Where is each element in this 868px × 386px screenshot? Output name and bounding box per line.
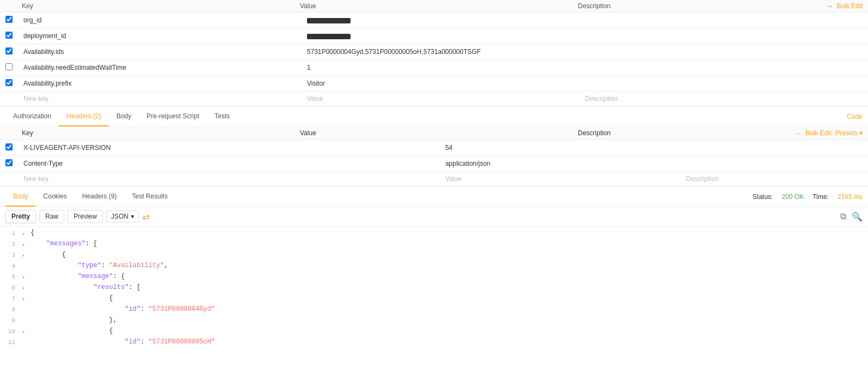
request-tabs: AuthorizationHeaders (2)BodyPre-request … (0, 107, 868, 126)
search-icon[interactable]: 🔍 (852, 212, 863, 222)
line-number: 10 (0, 327, 22, 335)
format-label: JSON (111, 213, 129, 220)
response-tab-test-results[interactable]: Test Results (124, 187, 175, 207)
code-line: 2▾ "messages": [ (0, 240, 868, 251)
code-line: 7▾ { (0, 294, 868, 305)
params-row: deployment_id (0, 28, 868, 44)
param-checkbox[interactable] (5, 63, 13, 70)
new-header-desc[interactable]: Description (680, 172, 868, 186)
header-val: 54 (440, 140, 680, 156)
new-header-value[interactable]: Value (440, 172, 680, 186)
header-checkbox[interactable] (5, 159, 13, 166)
header-row: X-LIVEAGENT-API-VERSION 54 (0, 140, 868, 156)
param-key: Availability.ids (18, 44, 302, 60)
status-value: 200 OK (782, 193, 804, 201)
params-row: Availability.ids 5731P0000004Gyd,5731P00… (0, 44, 868, 60)
code-content: "messages": [ (29, 240, 868, 248)
header-desc (680, 156, 868, 172)
code-line: 5▾ "message": { (0, 273, 868, 284)
fold-arrow[interactable]: ▾ (22, 240, 29, 248)
tab-tests[interactable]: Tests (207, 107, 237, 126)
body-toolbar-right: ⧉ 🔍 (840, 212, 863, 222)
header-key: Content-Type (18, 156, 440, 172)
headers-header-actions: ··· Bulk Edit Presets ▾ (794, 129, 863, 137)
fold-arrow[interactable]: ▾ (22, 229, 29, 237)
code-content: "type": "Availability", (29, 262, 868, 269)
preview-button[interactable]: Preview (68, 210, 103, 223)
headers-more-icon[interactable]: ··· (794, 129, 801, 137)
code-line: 11 "id": "5731P00000005oH" (0, 338, 868, 347)
code-content: "id": "5731P0000004Gyd" (29, 305, 868, 313)
param-desc (580, 28, 868, 44)
line-number: 1 (0, 229, 22, 237)
new-param-key[interactable]: New key (18, 92, 302, 106)
params-header: Key Value Description ··· Bulk Edit (0, 0, 868, 13)
fold-arrow[interactable]: ▾ (22, 284, 29, 292)
pretty-button[interactable]: Pretty (5, 210, 36, 223)
tab-authorization[interactable]: Authorization (5, 107, 59, 126)
code-line: 10▾ { (0, 327, 868, 338)
headers-table: X-LIVEAGENT-API-VERSION 54 Content-Type … (0, 140, 868, 186)
headers-bulk-edit-button[interactable]: Bulk Edit (805, 129, 831, 137)
line-number: 6 (0, 284, 22, 291)
code-content: "results": [ (29, 284, 868, 291)
fold-arrow[interactable]: ▾ (22, 251, 29, 259)
response-status: Status: 200 OK Time: 2165 ms (752, 193, 863, 201)
params-more-icon[interactable]: ··· (827, 2, 833, 10)
new-header-key[interactable]: New key (18, 172, 440, 186)
param-checkbox[interactable] (5, 16, 13, 23)
fold-arrow[interactable]: ▾ (22, 294, 29, 303)
response-tab-headers[interactable]: Headers (9) (75, 187, 124, 207)
raw-button[interactable]: Raw (39, 210, 64, 223)
new-param-desc[interactable]: Description (580, 92, 868, 106)
response-tab-body[interactable]: Body (5, 187, 35, 207)
params-header-actions: ··· Bulk Edit (827, 2, 863, 10)
chevron-down-icon: ▾ (859, 129, 863, 137)
params-key-header: Key (22, 2, 300, 10)
param-checkbox[interactable] (5, 32, 13, 39)
params-row: Availability.needEstimatedWaitTime 1 (0, 60, 868, 76)
tab-pre-request[interactable]: Pre-request Script (139, 107, 207, 126)
line-number: 7 (0, 294, 22, 302)
param-desc (580, 13, 868, 28)
code-line: 3▾ { (0, 251, 868, 262)
fold-arrow (22, 305, 29, 307)
line-number: 9 (0, 316, 22, 324)
response-tab-cookies[interactable]: Cookies (35, 187, 74, 207)
response-tabs: BodyCookiesHeaders (9)Test Results Statu… (0, 187, 868, 207)
new-param-value[interactable]: Value (302, 92, 580, 106)
params-bulk-edit-button[interactable]: Bulk Edit (837, 2, 863, 10)
code-line: 1▾{ (0, 229, 868, 240)
tab-body[interactable]: Body (108, 107, 138, 126)
fold-arrow[interactable]: ▾ (22, 273, 29, 281)
format-select[interactable]: JSON ▾ (106, 210, 139, 222)
headers-desc-header: Description (578, 129, 611, 137)
params-row: org_id (0, 13, 868, 28)
param-val (302, 13, 580, 28)
code-content: { (29, 294, 868, 302)
param-val (302, 28, 580, 44)
param-key: Availability.needEstimatedWaitTime (18, 60, 302, 76)
headers-value-header: Value (300, 129, 578, 137)
headers-header: Key Value Description ··· Bulk Edit Pres… (0, 126, 868, 140)
line-number: 11 (0, 338, 22, 346)
param-checkbox[interactable] (5, 47, 13, 55)
code-line: 9 }, (0, 316, 868, 327)
code-link[interactable]: Code (847, 113, 863, 120)
params-row: Availability.prefix Visitor (0, 76, 868, 92)
header-row: Content-Type application/json (0, 156, 868, 172)
param-desc (580, 76, 868, 92)
body-toolbar: Pretty Raw Preview JSON ▾ ⇄ ⧉ 🔍 (0, 207, 868, 227)
copy-icon[interactable]: ⧉ (840, 212, 846, 222)
presets-button[interactable]: Presets ▾ (835, 129, 863, 137)
tab-headers[interactable]: Headers (2) (59, 107, 108, 126)
code-content: { (29, 229, 868, 237)
header-desc (680, 140, 868, 156)
fold-arrow[interactable]: ▾ (22, 327, 29, 335)
param-checkbox[interactable] (5, 79, 13, 86)
header-checkbox[interactable] (5, 143, 13, 150)
param-value: 1 (307, 64, 311, 71)
code-line: 8 "id": "5731P0000004Gyd" (0, 305, 868, 316)
wrap-icon[interactable]: ⇄ (142, 212, 149, 222)
headers-section: Key Value Description ··· Bulk Edit Pres… (0, 126, 868, 187)
